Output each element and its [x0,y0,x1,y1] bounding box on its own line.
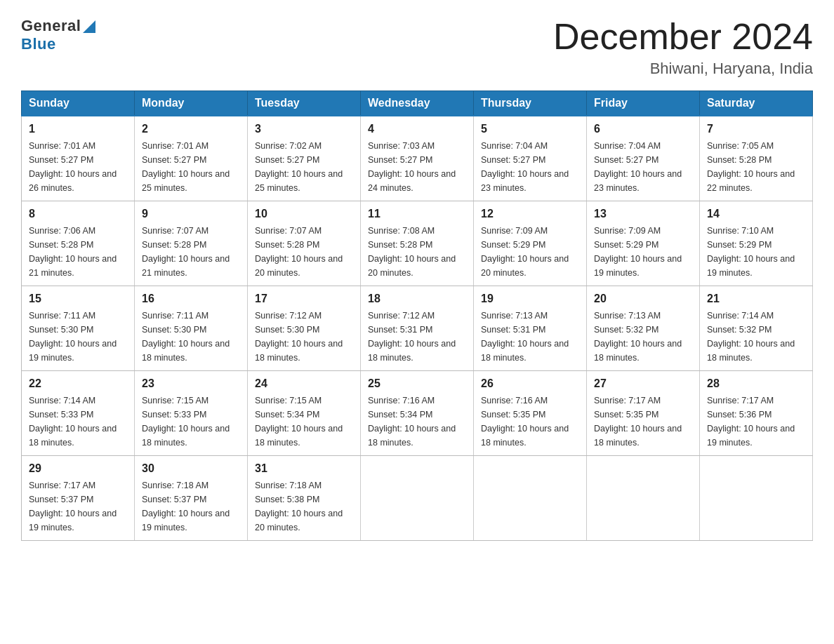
day-number: 13 [594,206,692,222]
calendar-cell: 15Sunrise: 7:11 AMSunset: 5:30 PMDayligh… [22,286,135,371]
calendar-cell: 12Sunrise: 7:09 AMSunset: 5:29 PMDayligh… [474,201,587,286]
header-cell-saturday: Saturday [700,91,813,116]
day-info: Sunrise: 7:07 AMSunset: 5:28 PMDaylight:… [142,226,230,278]
calendar-cell: 23Sunrise: 7:15 AMSunset: 5:33 PMDayligh… [135,371,248,456]
calendar-cell: 24Sunrise: 7:15 AMSunset: 5:34 PMDayligh… [248,371,361,456]
calendar-cell: 30Sunrise: 7:18 AMSunset: 5:37 PMDayligh… [135,456,248,541]
calendar-cell [587,456,700,541]
day-number: 25 [368,375,466,392]
week-row-3: 15Sunrise: 7:11 AMSunset: 5:30 PMDayligh… [22,286,813,371]
calendar-cell: 16Sunrise: 7:11 AMSunset: 5:30 PMDayligh… [135,286,248,371]
month-title: December 2024 [553,17,813,57]
day-info: Sunrise: 7:09 AMSunset: 5:29 PMDaylight:… [594,226,682,278]
day-number: 17 [255,290,353,307]
day-number: 16 [142,290,240,307]
day-info: Sunrise: 7:16 AMSunset: 5:34 PMDaylight:… [368,396,456,448]
logo-triangle-icon [83,20,95,33]
header-cell-monday: Monday [135,91,248,116]
day-info: Sunrise: 7:12 AMSunset: 5:31 PMDaylight:… [368,311,456,363]
week-row-5: 29Sunrise: 7:17 AMSunset: 5:37 PMDayligh… [22,456,813,541]
calendar-cell: 11Sunrise: 7:08 AMSunset: 5:28 PMDayligh… [361,201,474,286]
calendar-cell: 18Sunrise: 7:12 AMSunset: 5:31 PMDayligh… [361,286,474,371]
calendar-cell: 19Sunrise: 7:13 AMSunset: 5:31 PMDayligh… [474,286,587,371]
header-cell-tuesday: Tuesday [248,91,361,116]
day-number: 4 [368,121,466,137]
calendar-cell: 14Sunrise: 7:10 AMSunset: 5:29 PMDayligh… [700,201,813,286]
day-info: Sunrise: 7:11 AMSunset: 5:30 PMDaylight:… [142,311,230,363]
day-info: Sunrise: 7:04 AMSunset: 5:27 PMDaylight:… [594,141,682,193]
header-cell-sunday: Sunday [22,91,135,116]
day-number: 11 [368,206,466,222]
day-info: Sunrise: 7:10 AMSunset: 5:29 PMDaylight:… [707,226,795,278]
day-info: Sunrise: 7:03 AMSunset: 5:27 PMDaylight:… [368,141,456,193]
calendar-cell: 27Sunrise: 7:17 AMSunset: 5:35 PMDayligh… [587,371,700,456]
week-row-1: 1Sunrise: 7:01 AMSunset: 5:27 PMDaylight… [22,116,813,201]
day-number: 6 [594,121,692,137]
day-info: Sunrise: 7:02 AMSunset: 5:27 PMDaylight:… [255,141,343,193]
day-info: Sunrise: 7:12 AMSunset: 5:30 PMDaylight:… [255,311,343,363]
day-number: 26 [481,375,579,392]
calendar-body: 1Sunrise: 7:01 AMSunset: 5:27 PMDaylight… [22,116,813,541]
day-number: 5 [481,121,579,137]
calendar-cell: 4Sunrise: 7:03 AMSunset: 5:27 PMDaylight… [361,116,474,201]
calendar-cell: 10Sunrise: 7:07 AMSunset: 5:28 PMDayligh… [248,201,361,286]
day-number: 21 [707,290,805,307]
day-number: 10 [255,206,353,222]
day-number: 18 [368,290,466,307]
header-row: SundayMondayTuesdayWednesdayThursdayFrid… [22,91,813,116]
day-number: 31 [255,460,353,477]
svg-marker-0 [83,20,95,33]
day-info: Sunrise: 7:08 AMSunset: 5:28 PMDaylight:… [368,226,456,278]
day-number: 24 [255,375,353,392]
day-info: Sunrise: 7:01 AMSunset: 5:27 PMDaylight:… [29,141,117,193]
week-row-4: 22Sunrise: 7:14 AMSunset: 5:33 PMDayligh… [22,371,813,456]
calendar-cell: 1Sunrise: 7:01 AMSunset: 5:27 PMDaylight… [22,116,135,201]
calendar-cell: 25Sunrise: 7:16 AMSunset: 5:34 PMDayligh… [361,371,474,456]
logo-general-text: General [21,17,81,35]
logo: General Blue [21,17,95,53]
calendar-cell [474,456,587,541]
calendar-cell: 20Sunrise: 7:13 AMSunset: 5:32 PMDayligh… [587,286,700,371]
calendar-cell: 3Sunrise: 7:02 AMSunset: 5:27 PMDaylight… [248,116,361,201]
logo-blue-text: Blue [21,35,56,53]
day-info: Sunrise: 7:09 AMSunset: 5:29 PMDaylight:… [481,226,569,278]
day-number: 1 [29,121,127,137]
day-info: Sunrise: 7:15 AMSunset: 5:33 PMDaylight:… [142,396,230,448]
day-number: 29 [29,460,127,477]
header-cell-friday: Friday [587,91,700,116]
day-info: Sunrise: 7:13 AMSunset: 5:31 PMDaylight:… [481,311,569,363]
day-info: Sunrise: 7:11 AMSunset: 5:30 PMDaylight:… [29,311,117,363]
calendar-header: SundayMondayTuesdayWednesdayThursdayFrid… [22,91,813,116]
day-info: Sunrise: 7:06 AMSunset: 5:28 PMDaylight:… [29,226,117,278]
day-info: Sunrise: 7:04 AMSunset: 5:27 PMDaylight:… [481,141,569,193]
day-info: Sunrise: 7:17 AMSunset: 5:36 PMDaylight:… [707,396,795,448]
day-info: Sunrise: 7:13 AMSunset: 5:32 PMDaylight:… [594,311,682,363]
calendar-cell: 2Sunrise: 7:01 AMSunset: 5:27 PMDaylight… [135,116,248,201]
day-info: Sunrise: 7:14 AMSunset: 5:32 PMDaylight:… [707,311,795,363]
header-cell-wednesday: Wednesday [361,91,474,116]
calendar-cell: 7Sunrise: 7:05 AMSunset: 5:28 PMDaylight… [700,116,813,201]
calendar-cell [361,456,474,541]
calendar-table: SundayMondayTuesdayWednesdayThursdayFrid… [21,90,813,541]
week-row-2: 8Sunrise: 7:06 AMSunset: 5:28 PMDaylight… [22,201,813,286]
day-number: 7 [707,121,805,137]
page-header: General Blue December 2024 Bhiwani, Hary… [21,17,813,78]
day-number: 15 [29,290,127,307]
day-number: 20 [594,290,692,307]
header-cell-thursday: Thursday [474,91,587,116]
day-number: 2 [142,121,240,137]
calendar-cell: 13Sunrise: 7:09 AMSunset: 5:29 PMDayligh… [587,201,700,286]
day-number: 14 [707,206,805,222]
calendar-cell: 28Sunrise: 7:17 AMSunset: 5:36 PMDayligh… [700,371,813,456]
calendar-cell: 29Sunrise: 7:17 AMSunset: 5:37 PMDayligh… [22,456,135,541]
day-number: 12 [481,206,579,222]
calendar-cell [700,456,813,541]
day-info: Sunrise: 7:05 AMSunset: 5:28 PMDaylight:… [707,141,795,193]
calendar-cell: 9Sunrise: 7:07 AMSunset: 5:28 PMDaylight… [135,201,248,286]
day-info: Sunrise: 7:17 AMSunset: 5:35 PMDaylight:… [594,396,682,448]
calendar-cell: 31Sunrise: 7:18 AMSunset: 5:38 PMDayligh… [248,456,361,541]
day-number: 9 [142,206,240,222]
day-info: Sunrise: 7:18 AMSunset: 5:38 PMDaylight:… [255,481,343,532]
day-number: 22 [29,375,127,392]
day-info: Sunrise: 7:01 AMSunset: 5:27 PMDaylight:… [142,141,230,193]
